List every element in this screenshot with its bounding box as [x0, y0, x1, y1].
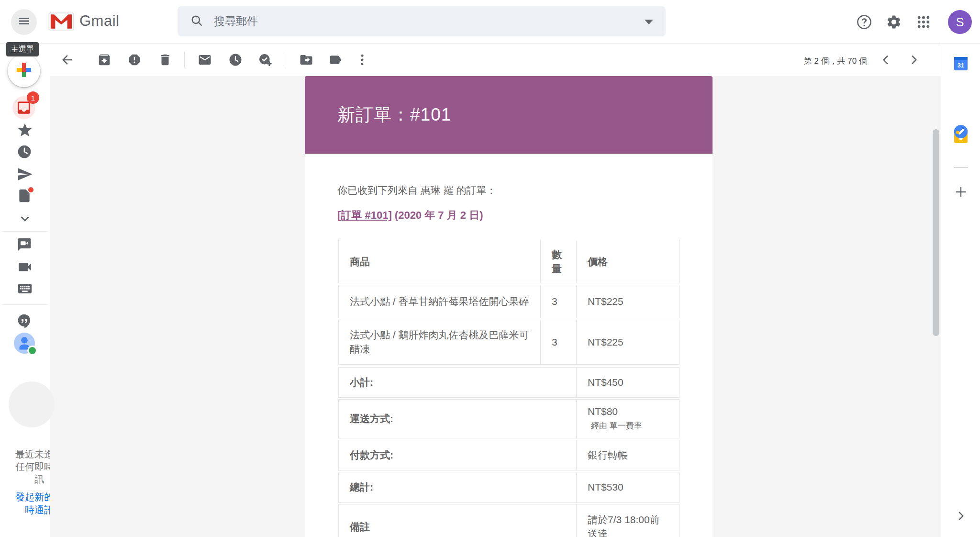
toolbar-divider [184, 52, 185, 68]
shipping-row: 運送方式: NT$80 經由 單一費率 [338, 399, 679, 438]
google-apps-button[interactable] [913, 11, 935, 33]
top-bar: Gmail 搜尋郵件 S [0, 0, 980, 44]
search-bar[interactable]: 搜尋郵件 [178, 6, 666, 36]
search-options-caret-icon[interactable] [645, 20, 653, 24]
delete-button[interactable] [158, 53, 172, 67]
subtotal-row: 小計: NT$450 [338, 367, 679, 398]
side-panel-divider [954, 167, 968, 168]
item-qty: 3 [540, 320, 576, 364]
table-row: 法式小點 / 鵝肝炸肉丸佐杏桃及巴薩米可醋凍 3 NT$225 [338, 320, 679, 365]
hamburger-icon [17, 14, 31, 30]
order-link-line: [訂單 #101] (2020 年 7 月 2 日) [337, 208, 680, 223]
total-label: 小計: [339, 368, 576, 397]
meet-chat-icon[interactable] [17, 237, 33, 253]
col-header-price: 價格 [576, 240, 679, 283]
total-label: 總計: [339, 472, 576, 502]
note-row: 備註 請於7/3 18:00前送達 [338, 504, 679, 537]
move-to-button[interactable] [299, 53, 313, 67]
sidebar-item-snoozed[interactable] [17, 144, 33, 160]
gmail-app: Gmail 搜尋郵件 S 主選單 [0, 0, 980, 537]
sidebar-divider [2, 304, 48, 305]
vertical-scrollbar[interactable] [933, 129, 939, 336]
inbox-unread-badge: 1 [27, 91, 39, 104]
email-intro-text: 你已收到下列來自 惠琳 羅 的訂單： [337, 154, 680, 198]
hangouts-empty-message: 最近未進行任何即時通訊 [12, 448, 50, 485]
more-options-button[interactable] [355, 53, 369, 67]
total-label: 運送方式: [339, 400, 576, 438]
total-value: 請於7/3 18:00前送達 [576, 504, 679, 537]
item-name: 法式小點 / 鵝肝炸肉丸佐杏桃及巴薩米可醋凍 [339, 320, 540, 364]
email-toolbar: 第 2 個，共 70 個 [50, 44, 941, 76]
table-row: 法式小點 / 香草甘納許莓果塔佐開心果碎 3 NT$225 [338, 285, 679, 318]
drafts-notification-dot [28, 187, 33, 192]
grand-total-row: 總計: NT$530 [338, 472, 679, 503]
email-message: 新訂單：#101 你已收到下列來自 惠琳 羅 的訂單： [訂單 #101] (2… [305, 76, 713, 537]
sidebar-item-more[interactable] [17, 211, 33, 227]
order-number-link[interactable]: [訂單 #101] [337, 209, 392, 221]
payment-method-row: 付款方式: 銀行轉帳 [338, 440, 679, 470]
reading-pane: 新訂單：#101 你已收到下列來自 惠琳 羅 的訂單： [訂單 #101] (2… [50, 76, 941, 537]
start-chat-link[interactable]: 發起新的即時通訊 [12, 491, 50, 516]
item-price: NT$225 [576, 285, 679, 318]
older-email-button[interactable] [906, 52, 922, 68]
total-value: 銀行轉帳 [576, 440, 679, 470]
back-button[interactable] [60, 53, 74, 67]
order-date-text: (2020 年 7 月 2 日) [392, 209, 483, 221]
right-side-panel: 31 [941, 44, 980, 537]
show-side-panel-chevron[interactable] [955, 510, 970, 525]
item-name: 法式小點 / 香草甘納許莓果塔佐開心果碎 [339, 285, 540, 318]
sidebar-divider [2, 231, 48, 232]
pagination-label: 第 2 個，共 70 個 [791, 56, 867, 67]
total-label: 備註 [339, 504, 576, 537]
snooze-button[interactable] [228, 53, 243, 67]
mark-unread-button[interactable] [198, 53, 212, 67]
newer-email-button[interactable] [878, 52, 894, 68]
add-to-tasks-button[interactable] [258, 53, 272, 67]
hangouts-icon[interactable] [17, 313, 33, 329]
total-label: 付款方式: [339, 440, 576, 470]
main-menu-tooltip: 主選單 [6, 42, 39, 56]
gmail-logo-icon[interactable] [48, 12, 75, 33]
total-value: NT$450 [576, 368, 679, 397]
search-icon[interactable] [190, 14, 203, 29]
hangouts-panel: 最近未進行任何即時通訊 發起新的即時通訊 [0, 448, 50, 516]
hangouts-watermark [9, 381, 55, 427]
col-header-quantity: 數量 [540, 240, 576, 283]
help-button[interactable] [853, 11, 875, 33]
join-meeting-keyboard-icon[interactable] [17, 280, 33, 297]
presence-online-dot [27, 346, 37, 356]
compose-plus-icon [15, 61, 33, 80]
search-input[interactable]: 搜尋郵件 [214, 14, 258, 29]
col-header-product: 商品 [339, 240, 540, 283]
settings-button[interactable] [883, 11, 905, 33]
compose-button[interactable] [8, 55, 40, 87]
avatar-initial: S [956, 15, 964, 29]
toolbar-divider [285, 52, 285, 68]
new-meeting-icon[interactable] [17, 259, 33, 275]
email-header-banner: 新訂單：#101 [305, 76, 713, 154]
report-spam-button[interactable] [127, 53, 142, 67]
add-addon-button[interactable] [953, 184, 969, 200]
email-title: 新訂單：#101 [337, 103, 451, 127]
item-price: NT$225 [576, 320, 679, 364]
sidebar-item-sent[interactable] [17, 166, 33, 182]
calendar-day-number: 31 [958, 62, 964, 69]
table-header-row: 商品 數量 價格 [338, 240, 679, 283]
calendar-icon[interactable]: 31 [953, 56, 969, 71]
archive-button[interactable] [97, 53, 111, 67]
total-value: NT$530 [576, 472, 679, 502]
order-items-table: 商品 數量 價格 法式小點 / 香草甘納許莓果塔佐開心果碎 3 NT$225 法… [338, 240, 679, 537]
main-menu-button[interactable] [11, 9, 37, 35]
shipping-amount: NT$80 [588, 404, 618, 419]
left-sidebar: 1 [0, 44, 50, 537]
item-qty: 3 [540, 285, 576, 318]
email-body: 你已收到下列來自 惠琳 羅 的訂單： [訂單 #101] (2020 年 7 月… [305, 154, 713, 537]
tasks-icon[interactable] [953, 124, 969, 139]
shipping-method: 經由 單一費率 [591, 419, 642, 433]
labels-button[interactable] [328, 53, 343, 67]
app-title: Gmail [79, 12, 119, 30]
sidebar-item-starred[interactable] [17, 122, 33, 138]
total-value: NT$80 經由 單一費率 [576, 400, 679, 438]
account-avatar[interactable]: S [948, 10, 972, 34]
